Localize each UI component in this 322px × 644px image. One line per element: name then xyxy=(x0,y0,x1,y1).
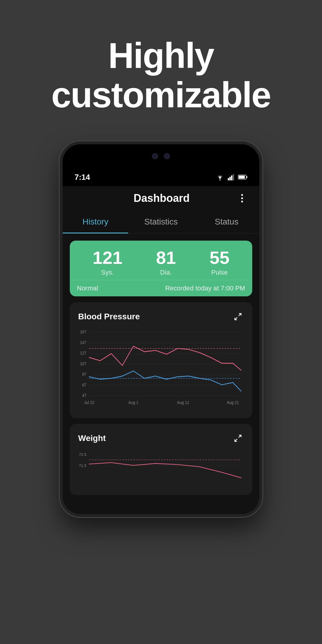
status-bar: 7:14 xyxy=(63,168,259,186)
weight-expand-button[interactable] xyxy=(232,432,244,444)
reading-values: 121 Sys. 81 Dia. 55 Pulse xyxy=(70,241,252,280)
pulse-reading: 55 Pulse xyxy=(210,249,230,276)
pulse-label: Pulse xyxy=(210,269,230,276)
reading-footer: Normal Recorded today at 7:00 PM xyxy=(70,280,252,296)
reading-status: Normal xyxy=(77,284,98,292)
svg-text:Jul 22: Jul 22 xyxy=(84,400,95,405)
camera-area xyxy=(131,144,191,168)
phone-mockup: 7:14 xyxy=(60,141,262,517)
svg-text:127: 127 xyxy=(80,350,86,355)
svg-line-9 xyxy=(235,317,237,320)
signal-icon xyxy=(228,174,234,180)
svg-text:167: 167 xyxy=(80,329,86,334)
svg-text:87: 87 xyxy=(82,371,86,377)
svg-point-0 xyxy=(219,179,221,180)
tab-status[interactable]: Status xyxy=(194,210,259,233)
pulse-value: 55 xyxy=(210,249,230,267)
svg-line-30 xyxy=(239,435,241,438)
svg-rect-7 xyxy=(247,176,247,178)
svg-text:72.5: 72.5 xyxy=(79,452,86,457)
svg-text:47: 47 xyxy=(82,393,86,398)
chart-title: Blood Pressure xyxy=(78,312,140,321)
svg-rect-6 xyxy=(239,176,245,179)
svg-line-31 xyxy=(235,439,237,441)
weight-chart-area: 72.5 71.5 xyxy=(78,450,244,489)
status-time: 7:14 xyxy=(75,173,90,182)
tabs-bar: History Statistics Status xyxy=(63,210,259,233)
svg-text:67: 67 xyxy=(82,382,86,387)
phone-shell: 7:14 xyxy=(60,141,262,517)
app-header: Dashboard xyxy=(63,186,259,210)
diastolic-label: Dia. xyxy=(156,269,176,276)
weight-chart-title: Weight xyxy=(78,434,106,443)
camera-dot-left xyxy=(152,153,158,159)
app-title: Dashboard xyxy=(86,192,237,205)
svg-text:Aug 21: Aug 21 xyxy=(227,400,239,405)
page-header: Highly customizable xyxy=(0,0,322,132)
battery-icon xyxy=(238,174,247,180)
reading-card: 121 Sys. 81 Dia. 55 Pulse Norma xyxy=(70,241,252,296)
svg-text:71.5: 71.5 xyxy=(79,463,86,468)
chart-header: Blood Pressure xyxy=(78,311,244,323)
svg-rect-3 xyxy=(231,176,232,181)
svg-rect-1 xyxy=(228,178,229,180)
camera-dot-right xyxy=(164,153,170,159)
phone-screen: Dashboard History Statistics Status xyxy=(63,186,259,514)
tab-statistics[interactable]: Statistics xyxy=(128,210,194,233)
svg-line-8 xyxy=(239,314,241,316)
svg-text:Aug 1: Aug 1 xyxy=(128,400,138,405)
svg-text:Aug 11: Aug 11 xyxy=(177,400,189,405)
headline: Highly customizable xyxy=(18,36,304,114)
diastolic-reading: 81 Dia. xyxy=(156,249,176,276)
svg-text:107: 107 xyxy=(80,361,86,366)
reading-time: Recorded today at 7:00 PM xyxy=(165,284,245,292)
svg-text:147: 147 xyxy=(80,340,86,345)
diastolic-value: 81 xyxy=(156,249,176,267)
systolic-reading: 121 Sys. xyxy=(92,249,122,276)
phone-notch xyxy=(63,144,259,168)
weight-card: Weight 72.5 7 xyxy=(70,424,252,495)
blood-pressure-chart: 167 147 127 107 87 67 47 xyxy=(78,329,244,412)
status-icons xyxy=(216,174,247,180)
svg-rect-4 xyxy=(233,174,234,180)
phone-bottom xyxy=(63,502,259,514)
blood-pressure-card: Blood Pressure xyxy=(70,302,252,418)
expand-button[interactable] xyxy=(232,311,244,323)
svg-rect-2 xyxy=(230,177,231,180)
tab-history[interactable]: History xyxy=(63,210,128,233)
weight-chart-header: Weight xyxy=(78,432,244,444)
screen-content: 121 Sys. 81 Dia. 55 Pulse Norma xyxy=(63,233,259,502)
more-options-icon[interactable] xyxy=(237,194,247,202)
wifi-icon xyxy=(216,174,224,180)
systolic-label: Sys. xyxy=(92,269,122,276)
systolic-value: 121 xyxy=(92,249,122,267)
